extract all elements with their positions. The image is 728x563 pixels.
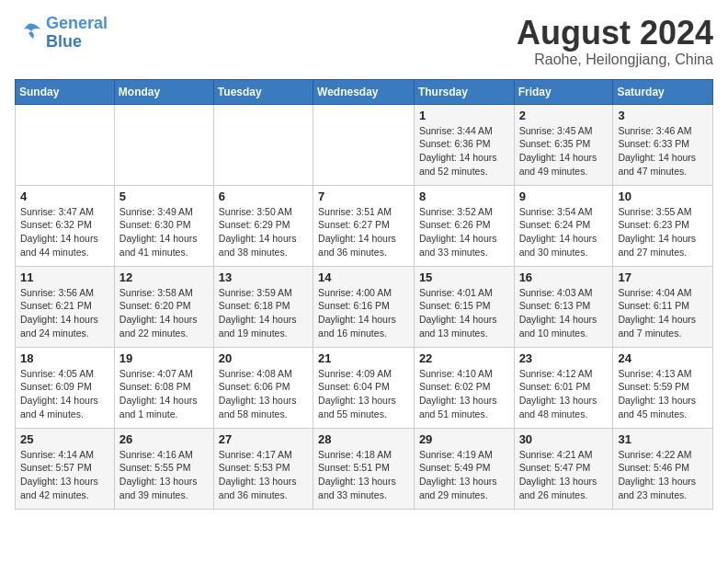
logo-icon <box>15 20 42 46</box>
day-info: Sunrise: 3:45 AM Sunset: 6:35 PM Dayligh… <box>519 124 609 178</box>
day-info: Sunrise: 3:51 AM Sunset: 6:27 PM Dayligh… <box>318 205 409 259</box>
day-info: Sunrise: 3:55 AM Sunset: 6:23 PM Dayligh… <box>618 205 708 259</box>
day-info: Sunrise: 3:50 AM Sunset: 6:29 PM Dayligh… <box>219 205 308 259</box>
table-row: 11Sunrise: 3:56 AM Sunset: 6:21 PM Dayli… <box>16 266 115 347</box>
day-info: Sunrise: 4:19 AM Sunset: 5:49 PM Dayligh… <box>419 448 509 502</box>
calendar-table: Sunday Monday Tuesday Wednesday Thursday… <box>15 79 713 510</box>
table-row: 28Sunrise: 4:18 AM Sunset: 5:51 PM Dayli… <box>313 428 415 509</box>
table-row: 7Sunrise: 3:51 AM Sunset: 6:27 PM Daylig… <box>313 185 415 266</box>
day-info: Sunrise: 3:49 AM Sunset: 6:30 PM Dayligh… <box>119 205 209 259</box>
day-info: Sunrise: 3:58 AM Sunset: 6:20 PM Dayligh… <box>119 286 209 340</box>
col-wednesday: Wednesday <box>313 79 415 104</box>
day-info: Sunrise: 4:21 AM Sunset: 5:47 PM Dayligh… <box>519 448 609 502</box>
col-thursday: Thursday <box>414 79 514 104</box>
calendar-header-row: Sunday Monday Tuesday Wednesday Thursday… <box>16 79 713 104</box>
day-number: 19 <box>119 351 209 365</box>
col-sunday: Sunday <box>16 79 115 104</box>
day-info: Sunrise: 4:08 AM Sunset: 6:06 PM Dayligh… <box>219 367 308 421</box>
day-number: 26 <box>119 432 209 446</box>
day-number: 29 <box>419 432 509 446</box>
table-row: 30Sunrise: 4:21 AM Sunset: 5:47 PM Dayli… <box>514 428 613 509</box>
day-info: Sunrise: 3:44 AM Sunset: 6:36 PM Dayligh… <box>419 124 509 178</box>
day-info: Sunrise: 4:17 AM Sunset: 5:53 PM Dayligh… <box>219 448 308 502</box>
day-number: 3 <box>618 109 708 122</box>
col-saturday: Saturday <box>613 79 713 104</box>
table-row: 4Sunrise: 3:47 AM Sunset: 6:32 PM Daylig… <box>16 185 115 266</box>
table-row: 31Sunrise: 4:22 AM Sunset: 5:46 PM Dayli… <box>613 428 713 509</box>
table-row: 17Sunrise: 4:04 AM Sunset: 6:11 PM Dayli… <box>613 266 713 347</box>
table-row: 21Sunrise: 4:09 AM Sunset: 6:04 PM Dayli… <box>313 347 415 428</box>
table-row: 14Sunrise: 4:00 AM Sunset: 6:16 PM Dayli… <box>313 266 415 347</box>
logo: General Blue <box>15 15 108 52</box>
table-row: 5Sunrise: 3:49 AM Sunset: 6:30 PM Daylig… <box>114 185 213 266</box>
day-number: 18 <box>20 351 109 365</box>
table-row: 22Sunrise: 4:10 AM Sunset: 6:02 PM Dayli… <box>414 347 514 428</box>
table-row: 24Sunrise: 4:13 AM Sunset: 5:59 PM Dayli… <box>613 347 713 428</box>
table-row: 2Sunrise: 3:45 AM Sunset: 6:35 PM Daylig… <box>514 104 613 185</box>
day-number: 25 <box>20 432 109 446</box>
day-info: Sunrise: 4:13 AM Sunset: 5:59 PM Dayligh… <box>618 367 708 421</box>
day-info: Sunrise: 4:16 AM Sunset: 5:55 PM Dayligh… <box>119 448 209 502</box>
day-info: Sunrise: 4:14 AM Sunset: 5:57 PM Dayligh… <box>20 448 109 502</box>
calendar-week-1: 1Sunrise: 3:44 AM Sunset: 6:36 PM Daylig… <box>16 104 713 185</box>
day-number: 4 <box>20 190 109 203</box>
day-number: 27 <box>219 432 308 446</box>
day-number: 31 <box>618 432 708 446</box>
table-row <box>313 104 415 185</box>
day-info: Sunrise: 4:12 AM Sunset: 6:01 PM Dayligh… <box>519 367 609 421</box>
day-number: 14 <box>318 270 409 284</box>
day-number: 13 <box>219 270 308 284</box>
day-number: 8 <box>419 190 509 203</box>
day-info: Sunrise: 3:54 AM Sunset: 6:24 PM Dayligh… <box>519 205 609 259</box>
day-info: Sunrise: 3:52 AM Sunset: 6:26 PM Dayligh… <box>419 205 509 259</box>
table-row: 26Sunrise: 4:16 AM Sunset: 5:55 PM Dayli… <box>114 428 213 509</box>
table-row: 16Sunrise: 4:03 AM Sunset: 6:13 PM Dayli… <box>514 266 613 347</box>
day-number: 2 <box>519 109 609 122</box>
day-number: 16 <box>519 270 609 284</box>
calendar-week-2: 4Sunrise: 3:47 AM Sunset: 6:32 PM Daylig… <box>16 185 713 266</box>
table-row: 12Sunrise: 3:58 AM Sunset: 6:20 PM Dayli… <box>114 266 213 347</box>
col-tuesday: Tuesday <box>213 79 313 104</box>
day-info: Sunrise: 4:01 AM Sunset: 6:15 PM Dayligh… <box>419 286 509 340</box>
day-info: Sunrise: 4:18 AM Sunset: 5:51 PM Dayligh… <box>318 448 409 502</box>
table-row: 15Sunrise: 4:01 AM Sunset: 6:15 PM Dayli… <box>414 266 514 347</box>
day-info: Sunrise: 4:09 AM Sunset: 6:04 PM Dayligh… <box>318 367 409 421</box>
day-number: 30 <box>519 432 609 446</box>
table-row: 9Sunrise: 3:54 AM Sunset: 6:24 PM Daylig… <box>514 185 613 266</box>
day-number: 7 <box>318 190 409 203</box>
table-row: 13Sunrise: 3:59 AM Sunset: 6:18 PM Dayli… <box>213 266 313 347</box>
day-number: 9 <box>519 190 609 203</box>
day-number: 23 <box>519 351 609 365</box>
table-row: 18Sunrise: 4:05 AM Sunset: 6:09 PM Dayli… <box>16 347 115 428</box>
day-number: 5 <box>119 190 209 203</box>
table-row: 8Sunrise: 3:52 AM Sunset: 6:26 PM Daylig… <box>414 185 514 266</box>
day-info: Sunrise: 4:00 AM Sunset: 6:16 PM Dayligh… <box>318 286 409 340</box>
col-monday: Monday <box>114 79 213 104</box>
day-info: Sunrise: 3:46 AM Sunset: 6:33 PM Dayligh… <box>618 124 708 178</box>
calendar-week-4: 18Sunrise: 4:05 AM Sunset: 6:09 PM Dayli… <box>16 347 713 428</box>
day-number: 17 <box>618 270 708 284</box>
table-row: 25Sunrise: 4:14 AM Sunset: 5:57 PM Dayli… <box>16 428 115 509</box>
day-info: Sunrise: 3:47 AM Sunset: 6:32 PM Dayligh… <box>20 205 109 259</box>
month-year-title: August 2024 <box>517 15 713 52</box>
day-number: 10 <box>618 190 708 203</box>
table-row: 6Sunrise: 3:50 AM Sunset: 6:29 PM Daylig… <box>213 185 313 266</box>
col-friday: Friday <box>514 79 613 104</box>
day-number: 22 <box>419 351 509 365</box>
day-info: Sunrise: 4:05 AM Sunset: 6:09 PM Dayligh… <box>20 367 109 421</box>
day-number: 24 <box>618 351 708 365</box>
calendar-week-3: 11Sunrise: 3:56 AM Sunset: 6:21 PM Dayli… <box>16 266 713 347</box>
table-row: 10Sunrise: 3:55 AM Sunset: 6:23 PM Dayli… <box>613 185 713 266</box>
day-info: Sunrise: 3:59 AM Sunset: 6:18 PM Dayligh… <box>219 286 308 340</box>
table-row: 20Sunrise: 4:08 AM Sunset: 6:06 PM Dayli… <box>213 347 313 428</box>
day-info: Sunrise: 4:07 AM Sunset: 6:08 PM Dayligh… <box>119 367 209 421</box>
table-row <box>16 104 115 185</box>
table-row <box>213 104 313 185</box>
day-number: 12 <box>119 270 209 284</box>
day-number: 20 <box>219 351 308 365</box>
day-number: 28 <box>318 432 409 446</box>
day-number: 6 <box>219 190 308 203</box>
logo-text: General Blue <box>46 15 108 52</box>
day-info: Sunrise: 4:04 AM Sunset: 6:11 PM Dayligh… <box>618 286 708 340</box>
table-row: 27Sunrise: 4:17 AM Sunset: 5:53 PM Dayli… <box>213 428 313 509</box>
